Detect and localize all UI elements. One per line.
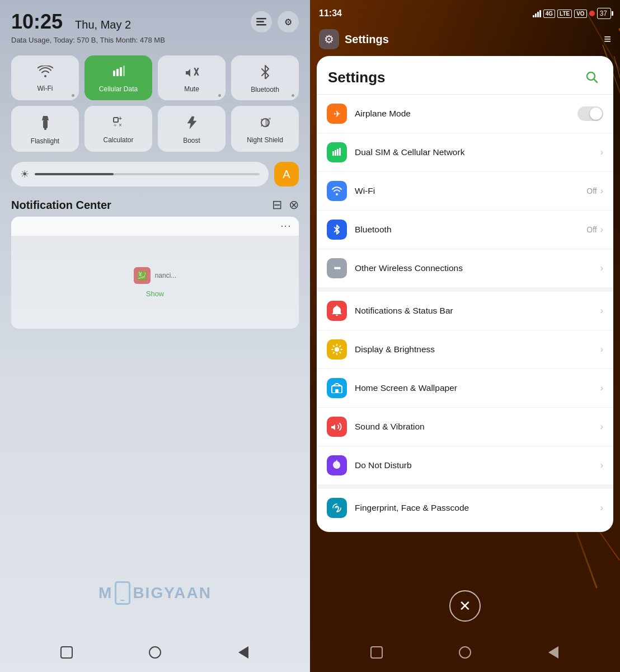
toggle-cellular[interactable]: Cellular Data <box>84 55 152 100</box>
gear-icon: ⚙ <box>324 32 334 46</box>
settings-card-header: Settings <box>317 56 613 95</box>
bluetooth-settings-label: Bluetooth <box>355 225 586 235</box>
toggle-nightshield[interactable]: Night Shield <box>231 106 299 152</box>
calculator-label: Calculator <box>103 136 133 144</box>
boost-label: Boost <box>183 137 200 144</box>
signal-bar-1 <box>533 15 534 17</box>
donotdisturb-chevron: › <box>600 460 603 470</box>
wifi-value: Off <box>586 186 596 195</box>
brightness-track[interactable] <box>35 173 260 175</box>
bottom-nav-left <box>0 633 310 672</box>
gear-icon-header: ⚙ <box>319 29 339 49</box>
settings-icon-btn[interactable]: ⚙ <box>278 11 299 32</box>
date-left: Thu, May 2 <box>75 18 131 31</box>
hamburger-menu-btn[interactable]: ≡ <box>604 32 611 46</box>
svg-rect-5 <box>120 67 122 76</box>
lte-badge: LTE <box>557 10 572 18</box>
fingerprint-label: Fingerprint, Face & Passcode <box>355 503 600 513</box>
three-dot-menu[interactable]: ⋮ <box>280 221 292 231</box>
airplane-toggle[interactable] <box>577 106 603 121</box>
settings-list: ✈ Airplane Mode Dual SI <box>317 95 613 527</box>
svg-rect-9 <box>43 120 48 128</box>
otherwireless-icon: ••• <box>334 263 340 273</box>
settings-item-homescreen[interactable]: Home Screen & Wallpaper › <box>317 369 613 408</box>
brightness-bar[interactable]: ☀ <box>11 162 269 186</box>
settings-item-sound[interactable]: Sound & Vibration › <box>317 408 613 446</box>
donotdisturb-label: Do Not Disturb <box>355 460 600 470</box>
search-btn[interactable] <box>582 67 602 87</box>
svg-rect-11 <box>114 118 118 122</box>
toggle-calculator[interactable]: + ÷ × Calculator <box>84 106 152 152</box>
brightness-icon: ☀ <box>20 168 29 180</box>
settings-item-otherwireless[interactable]: ••• Other Wireless Connections › <box>317 249 613 287</box>
red-dot-badge <box>589 11 595 16</box>
notifications-label: Notifications & Status Bar <box>355 306 600 316</box>
card-icon: 💹 <box>137 271 147 280</box>
settings-item-airplane[interactable]: ✈ Airplane Mode <box>317 95 613 133</box>
settings-item-dualsim[interactable]: Dual SIM & Cellular Network › <box>317 133 613 172</box>
nav-recents-icon <box>60 646 73 659</box>
display-icon-wrap <box>327 339 347 360</box>
nav-recents-btn-right[interactable] <box>367 642 387 662</box>
toggle-bluetooth[interactable]: Bluetooth <box>231 55 299 100</box>
bluetooth-label: Bluetooth <box>251 86 279 94</box>
svg-rect-20 <box>337 149 339 156</box>
settings-outer-header: ⚙ Settings ≡ <box>310 24 620 56</box>
settings-item-display[interactable]: Display & Brightness › <box>317 330 613 369</box>
toggle-boost[interactable]: Boost <box>158 106 226 152</box>
otherwireless-label: Other Wireless Connections <box>355 263 600 273</box>
donotdisturb-icon-wrap <box>327 455 347 475</box>
notification-clear-btn[interactable]: ⊗ <box>289 198 299 212</box>
toggle-wifi[interactable]: Wi-Fi <box>11 55 79 100</box>
wifi-label: Wi-Fi <box>37 85 53 92</box>
nav-home-btn-right[interactable] <box>455 642 475 662</box>
left-panel: 10:25 Thu, May 2 ⚙ Data Usage, Today: 57… <box>0 0 310 672</box>
signal-bar-4 <box>539 10 541 17</box>
status-bar-right: 11:34 4G LTE VO 37 <box>310 0 620 24</box>
nav-home-btn[interactable] <box>145 642 165 662</box>
close-btn[interactable]: ✕ <box>449 590 481 622</box>
svg-rect-2 <box>256 24 266 26</box>
settings-card: Settings ✈ Airplane Mode <box>317 56 613 532</box>
nav-back-btn[interactable] <box>233 642 253 662</box>
settings-item-bluetooth[interactable]: Bluetooth Off › <box>317 211 613 249</box>
nav-recents-btn[interactable] <box>57 642 77 662</box>
settings-header-title: Settings <box>345 33 389 46</box>
watermark-phone-icon <box>115 581 130 605</box>
toggle-flashlight[interactable]: Flashlight <box>11 106 79 152</box>
cellular-label: Cellular Data <box>99 85 138 93</box>
settings-item-wifi[interactable]: Wi-Fi Off › <box>317 172 613 211</box>
mute-label: Mute <box>184 85 199 93</box>
watermark: M BIGYAAN <box>98 581 212 605</box>
settings-item-donotdisturb[interactable]: Do Not Disturb › <box>317 446 613 484</box>
bg-card-header: ⋮ <box>11 217 299 236</box>
auto-brightness-btn[interactable]: A <box>274 162 299 186</box>
svg-rect-21 <box>339 148 341 156</box>
wifi-settings-label: Wi-Fi <box>355 186 586 196</box>
wifi-icon <box>37 66 53 81</box>
card-text: nanci... <box>155 272 177 279</box>
dualsim-icon-wrap <box>327 142 347 162</box>
svg-rect-10 <box>44 128 46 130</box>
display-chevron: › <box>600 344 603 354</box>
notification-manage-btn[interactable]: ⊟ <box>272 198 282 212</box>
bluetooth-corner-dot <box>292 94 294 97</box>
list-icon-btn[interactable] <box>251 11 272 32</box>
svg-text:×: × <box>119 122 122 128</box>
toggle-mute[interactable]: Mute <box>158 55 226 100</box>
settings-item-fingerprint[interactable]: Fingerprint, Face & Passcode › <box>317 489 613 527</box>
signal-bar-2 <box>535 13 537 17</box>
show-link[interactable]: Show <box>146 290 165 298</box>
security-section: Fingerprint, Face & Passcode › <box>317 489 613 527</box>
status-bar-left: 10:25 Thu, May 2 ⚙ Data Usage, Today: 57… <box>0 0 310 49</box>
svg-text:+: + <box>119 116 122 122</box>
nav-back-btn-right[interactable] <box>543 642 563 662</box>
bluetooth-icon-wrap <box>327 220 347 240</box>
nightshield-icon <box>258 116 273 133</box>
homescreen-label: Home Screen & Wallpaper <box>355 383 600 393</box>
settings-item-notifications[interactable]: Notifications & Status Bar › <box>317 292 613 330</box>
wifi-icon-wrap <box>327 181 347 201</box>
notifications-icon-wrap <box>327 301 347 321</box>
time-left: 10:25 <box>11 10 63 34</box>
svg-rect-1 <box>256 21 264 23</box>
